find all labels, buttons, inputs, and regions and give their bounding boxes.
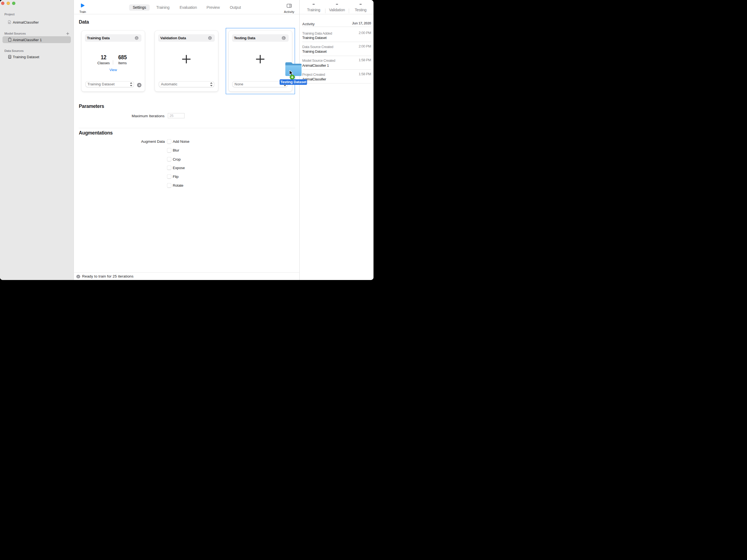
svg-text:ML: ML bbox=[8, 22, 10, 24]
